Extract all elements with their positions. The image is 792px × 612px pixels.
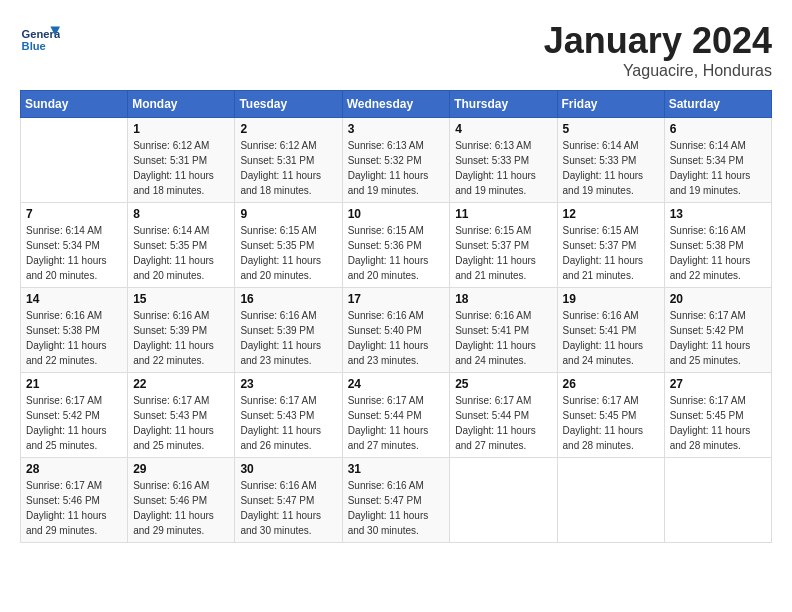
calendar-cell: 5 Sunrise: 6:14 AMSunset: 5:33 PMDayligh… xyxy=(557,118,664,203)
header-wednesday: Wednesday xyxy=(342,91,450,118)
day-info: Sunrise: 6:17 AMSunset: 5:44 PMDaylight:… xyxy=(455,393,551,453)
day-info: Sunrise: 6:16 AMSunset: 5:47 PMDaylight:… xyxy=(348,478,445,538)
day-info: Sunrise: 6:12 AMSunset: 5:31 PMDaylight:… xyxy=(133,138,229,198)
calendar-cell: 14 Sunrise: 6:16 AMSunset: 5:38 PMDaylig… xyxy=(21,288,128,373)
calendar-cell: 11 Sunrise: 6:15 AMSunset: 5:37 PMDaylig… xyxy=(450,203,557,288)
calendar-cell: 20 Sunrise: 6:17 AMSunset: 5:42 PMDaylig… xyxy=(664,288,771,373)
day-number: 5 xyxy=(563,122,659,136)
day-number: 11 xyxy=(455,207,551,221)
day-number: 25 xyxy=(455,377,551,391)
month-year-title: January 2024 xyxy=(544,20,772,62)
day-info: Sunrise: 6:17 AMSunset: 5:45 PMDaylight:… xyxy=(563,393,659,453)
calendar-cell: 22 Sunrise: 6:17 AMSunset: 5:43 PMDaylig… xyxy=(128,373,235,458)
day-number: 7 xyxy=(26,207,122,221)
calendar-body: 1 Sunrise: 6:12 AMSunset: 5:31 PMDayligh… xyxy=(21,118,772,543)
day-number: 16 xyxy=(240,292,336,306)
calendar-cell: 12 Sunrise: 6:15 AMSunset: 5:37 PMDaylig… xyxy=(557,203,664,288)
calendar-cell: 8 Sunrise: 6:14 AMSunset: 5:35 PMDayligh… xyxy=(128,203,235,288)
week-row-2: 14 Sunrise: 6:16 AMSunset: 5:38 PMDaylig… xyxy=(21,288,772,373)
day-number: 10 xyxy=(348,207,445,221)
day-number: 12 xyxy=(563,207,659,221)
day-number: 21 xyxy=(26,377,122,391)
day-number: 2 xyxy=(240,122,336,136)
day-number: 18 xyxy=(455,292,551,306)
calendar-cell: 2 Sunrise: 6:12 AMSunset: 5:31 PMDayligh… xyxy=(235,118,342,203)
day-info: Sunrise: 6:14 AMSunset: 5:34 PMDaylight:… xyxy=(670,138,766,198)
week-row-4: 28 Sunrise: 6:17 AMSunset: 5:46 PMDaylig… xyxy=(21,458,772,543)
day-info: Sunrise: 6:16 AMSunset: 5:47 PMDaylight:… xyxy=(240,478,336,538)
day-info: Sunrise: 6:15 AMSunset: 5:36 PMDaylight:… xyxy=(348,223,445,283)
day-number: 1 xyxy=(133,122,229,136)
day-number: 31 xyxy=(348,462,445,476)
header-monday: Monday xyxy=(128,91,235,118)
calendar-cell xyxy=(450,458,557,543)
day-number: 27 xyxy=(670,377,766,391)
calendar-cell: 29 Sunrise: 6:16 AMSunset: 5:46 PMDaylig… xyxy=(128,458,235,543)
day-info: Sunrise: 6:14 AMSunset: 5:34 PMDaylight:… xyxy=(26,223,122,283)
calendar-cell xyxy=(21,118,128,203)
calendar-cell: 18 Sunrise: 6:16 AMSunset: 5:41 PMDaylig… xyxy=(450,288,557,373)
day-number: 19 xyxy=(563,292,659,306)
day-info: Sunrise: 6:16 AMSunset: 5:41 PMDaylight:… xyxy=(455,308,551,368)
day-info: Sunrise: 6:17 AMSunset: 5:45 PMDaylight:… xyxy=(670,393,766,453)
header-thursday: Thursday xyxy=(450,91,557,118)
day-number: 14 xyxy=(26,292,122,306)
day-info: Sunrise: 6:17 AMSunset: 5:44 PMDaylight:… xyxy=(348,393,445,453)
calendar-cell: 23 Sunrise: 6:17 AMSunset: 5:43 PMDaylig… xyxy=(235,373,342,458)
day-number: 24 xyxy=(348,377,445,391)
week-row-0: 1 Sunrise: 6:12 AMSunset: 5:31 PMDayligh… xyxy=(21,118,772,203)
calendar-cell: 6 Sunrise: 6:14 AMSunset: 5:34 PMDayligh… xyxy=(664,118,771,203)
location-subtitle: Yaguacire, Honduras xyxy=(544,62,772,80)
day-number: 28 xyxy=(26,462,122,476)
title-block: January 2024 Yaguacire, Honduras xyxy=(544,20,772,80)
day-info: Sunrise: 6:17 AMSunset: 5:42 PMDaylight:… xyxy=(670,308,766,368)
day-info: Sunrise: 6:17 AMSunset: 5:43 PMDaylight:… xyxy=(133,393,229,453)
day-info: Sunrise: 6:17 AMSunset: 5:43 PMDaylight:… xyxy=(240,393,336,453)
day-number: 6 xyxy=(670,122,766,136)
calendar-cell: 7 Sunrise: 6:14 AMSunset: 5:34 PMDayligh… xyxy=(21,203,128,288)
day-info: Sunrise: 6:14 AMSunset: 5:35 PMDaylight:… xyxy=(133,223,229,283)
calendar-cell: 1 Sunrise: 6:12 AMSunset: 5:31 PMDayligh… xyxy=(128,118,235,203)
calendar-cell: 21 Sunrise: 6:17 AMSunset: 5:42 PMDaylig… xyxy=(21,373,128,458)
calendar-cell: 16 Sunrise: 6:16 AMSunset: 5:39 PMDaylig… xyxy=(235,288,342,373)
day-number: 3 xyxy=(348,122,445,136)
day-number: 30 xyxy=(240,462,336,476)
day-number: 13 xyxy=(670,207,766,221)
logo: General Blue xyxy=(20,20,64,60)
calendar-header: Sunday Monday Tuesday Wednesday Thursday… xyxy=(21,91,772,118)
calendar-cell: 3 Sunrise: 6:13 AMSunset: 5:32 PMDayligh… xyxy=(342,118,450,203)
day-info: Sunrise: 6:16 AMSunset: 5:41 PMDaylight:… xyxy=(563,308,659,368)
day-number: 9 xyxy=(240,207,336,221)
day-info: Sunrise: 6:13 AMSunset: 5:33 PMDaylight:… xyxy=(455,138,551,198)
header-saturday: Saturday xyxy=(664,91,771,118)
day-number: 26 xyxy=(563,377,659,391)
calendar-cell: 28 Sunrise: 6:17 AMSunset: 5:46 PMDaylig… xyxy=(21,458,128,543)
day-number: 4 xyxy=(455,122,551,136)
calendar-cell: 27 Sunrise: 6:17 AMSunset: 5:45 PMDaylig… xyxy=(664,373,771,458)
calendar-cell xyxy=(557,458,664,543)
day-info: Sunrise: 6:16 AMSunset: 5:38 PMDaylight:… xyxy=(26,308,122,368)
svg-text:Blue: Blue xyxy=(22,40,46,52)
logo-icon: General Blue xyxy=(20,20,60,60)
header-tuesday: Tuesday xyxy=(235,91,342,118)
week-row-3: 21 Sunrise: 6:17 AMSunset: 5:42 PMDaylig… xyxy=(21,373,772,458)
calendar-cell: 15 Sunrise: 6:16 AMSunset: 5:39 PMDaylig… xyxy=(128,288,235,373)
day-number: 8 xyxy=(133,207,229,221)
day-info: Sunrise: 6:15 AMSunset: 5:37 PMDaylight:… xyxy=(455,223,551,283)
calendar-cell xyxy=(664,458,771,543)
day-info: Sunrise: 6:17 AMSunset: 5:42 PMDaylight:… xyxy=(26,393,122,453)
calendar-cell: 31 Sunrise: 6:16 AMSunset: 5:47 PMDaylig… xyxy=(342,458,450,543)
calendar-table: Sunday Monday Tuesday Wednesday Thursday… xyxy=(20,90,772,543)
day-info: Sunrise: 6:13 AMSunset: 5:32 PMDaylight:… xyxy=(348,138,445,198)
day-number: 22 xyxy=(133,377,229,391)
day-info: Sunrise: 6:12 AMSunset: 5:31 PMDaylight:… xyxy=(240,138,336,198)
page-header: General Blue January 2024 Yaguacire, Hon… xyxy=(20,20,772,80)
day-number: 23 xyxy=(240,377,336,391)
day-info: Sunrise: 6:15 AMSunset: 5:37 PMDaylight:… xyxy=(563,223,659,283)
day-info: Sunrise: 6:16 AMSunset: 5:46 PMDaylight:… xyxy=(133,478,229,538)
calendar-cell: 30 Sunrise: 6:16 AMSunset: 5:47 PMDaylig… xyxy=(235,458,342,543)
day-number: 15 xyxy=(133,292,229,306)
calendar-cell: 19 Sunrise: 6:16 AMSunset: 5:41 PMDaylig… xyxy=(557,288,664,373)
day-info: Sunrise: 6:14 AMSunset: 5:33 PMDaylight:… xyxy=(563,138,659,198)
day-info: Sunrise: 6:17 AMSunset: 5:46 PMDaylight:… xyxy=(26,478,122,538)
